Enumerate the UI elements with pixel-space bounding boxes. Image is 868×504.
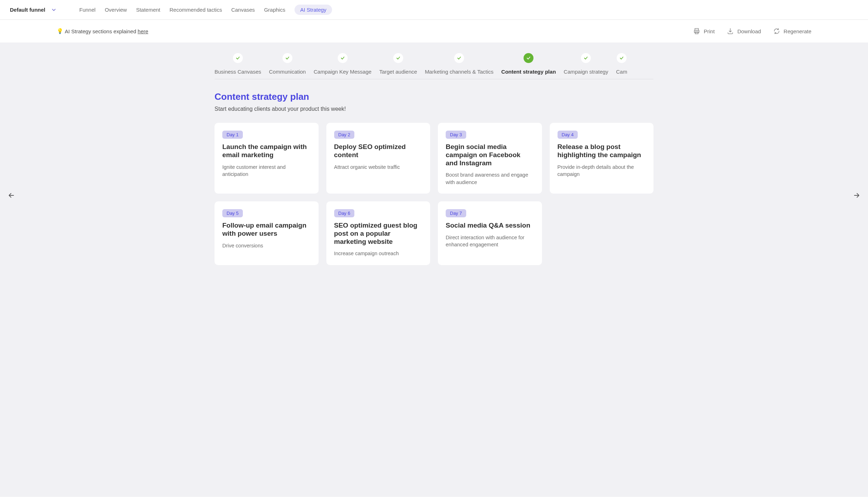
main-tabs: Funnel Overview Statement Recommended ta…: [79, 5, 332, 15]
step-campaign-strategy[interactable]: Campaign strategy: [564, 53, 608, 75]
step-label: Campaign Key Message: [314, 69, 371, 75]
card-desc: Drive conversions: [222, 242, 311, 249]
funnel-selector[interactable]: Default funnel: [10, 7, 56, 13]
card-day-6[interactable]: Day 6 SEO optimized guest blog post on a…: [326, 201, 430, 265]
funnel-selector-label: Default funnel: [10, 7, 45, 13]
step-target-audience[interactable]: Target audience: [379, 53, 417, 75]
card-day-4[interactable]: Day 4 Release a blog post highlighting t…: [550, 123, 654, 194]
step-label: Business Canvases: [215, 69, 261, 75]
card-day-3[interactable]: Day 3 Begin social media campaign on Fac…: [438, 123, 542, 194]
card-title: Release a blog post highlighting the cam…: [558, 143, 646, 159]
step-cam-truncated[interactable]: Cam: [616, 53, 627, 75]
step-label: Campaign strategy: [564, 69, 608, 75]
day-badge: Day 6: [334, 209, 355, 217]
card-desc: Attract organic website traffic: [334, 164, 423, 171]
actions: Print Download Regenerate: [693, 28, 811, 35]
card-title: Launch the campaign with email marketing: [222, 143, 311, 159]
tab-ai-strategy[interactable]: AI Strategy: [295, 5, 332, 15]
section-subtitle: Start educating clients about your produ…: [215, 106, 653, 112]
check-icon: [338, 53, 348, 63]
section-title: Content strategy plan: [215, 91, 653, 102]
card-desc: Increase campaign outreach: [334, 250, 423, 257]
info-text-content: AI Strategy sections explained: [65, 28, 136, 34]
day-badge: Day 5: [222, 209, 243, 217]
info-text: 💡 AI Strategy sections explained here: [57, 28, 148, 34]
check-icon: [581, 53, 591, 63]
cards-grid: Day 1 Launch the campaign with email mar…: [215, 123, 653, 265]
check-icon: [393, 53, 403, 63]
card-day-1[interactable]: Day 1 Launch the campaign with email mar…: [215, 123, 319, 194]
content-wrap: Business Canvases Communication Campaign…: [215, 53, 653, 265]
step-content-strategy[interactable]: Content strategy plan: [501, 53, 556, 75]
arrow-right-icon: [853, 191, 861, 199]
lightbulb-icon: 💡: [57, 28, 63, 34]
card-title: Follow-up email campaign with power user…: [222, 222, 311, 238]
card-day-7[interactable]: Day 7 Social media Q&A session Direct in…: [438, 201, 542, 265]
print-button[interactable]: Print: [693, 28, 715, 35]
tab-statement[interactable]: Statement: [136, 5, 160, 15]
day-badge: Day 1: [222, 131, 243, 139]
card-title: Deploy SEO optimized content: [334, 143, 423, 159]
top-bar: Default funnel Funnel Overview Statement…: [0, 0, 868, 20]
check-icon: [617, 53, 627, 63]
arrow-left-icon: [7, 191, 15, 199]
step-communication[interactable]: Communication: [269, 53, 306, 75]
sub-bar: 💡 AI Strategy sections explained here Pr…: [0, 20, 868, 42]
info-link[interactable]: here: [138, 28, 148, 34]
day-badge: Day 2: [334, 131, 355, 139]
step-campaign-key-message[interactable]: Campaign Key Message: [314, 53, 371, 75]
refresh-icon: [773, 28, 780, 35]
tab-recommended-tactics[interactable]: Recommended tactics: [170, 5, 222, 15]
chevron-down-icon: [52, 8, 56, 12]
tab-overview[interactable]: Overview: [105, 5, 127, 15]
card-day-2[interactable]: Day 2 Deploy SEO optimized content Attra…: [326, 123, 430, 194]
day-badge: Day 4: [558, 131, 578, 139]
step-label: Content strategy plan: [501, 69, 556, 75]
check-icon: [233, 53, 243, 63]
next-arrow[interactable]: [852, 191, 861, 200]
download-button[interactable]: Download: [727, 28, 761, 35]
card-title: Begin social media campaign on Facebook …: [446, 143, 534, 167]
step-marketing-channels[interactable]: Marketing channels & Tactics: [425, 53, 493, 75]
check-icon: [524, 53, 533, 63]
print-label: Print: [704, 28, 715, 34]
prev-arrow[interactable]: [7, 191, 16, 200]
card-desc: Ignite customer interest and anticipatio…: [222, 164, 311, 178]
step-label: Communication: [269, 69, 306, 75]
card-desc: Boost brand awareness and engage with au…: [446, 171, 534, 186]
day-badge: Day 3: [446, 131, 466, 139]
card-desc: Direct interaction with audience for enh…: [446, 234, 534, 248]
day-badge: Day 7: [446, 209, 466, 217]
regenerate-button[interactable]: Regenerate: [773, 28, 811, 35]
card-day-5[interactable]: Day 5 Follow-up email campaign with powe…: [215, 201, 319, 265]
check-icon: [282, 53, 292, 63]
check-icon: [454, 53, 464, 63]
tab-canvases[interactable]: Canvases: [231, 5, 255, 15]
card-desc: Provide in-depth details about the campa…: [558, 164, 646, 178]
step-label: Target audience: [379, 69, 417, 75]
step-business-canvases[interactable]: Business Canvases: [215, 53, 261, 75]
regenerate-label: Regenerate: [784, 28, 811, 34]
card-title: SEO optimized guest blog post on a popul…: [334, 222, 423, 246]
download-icon: [727, 28, 734, 35]
step-label: Cam: [616, 69, 627, 75]
tab-graphics[interactable]: Graphics: [264, 5, 285, 15]
main-area: Business Canvases Communication Campaign…: [0, 42, 868, 497]
print-icon: [693, 28, 700, 35]
card-title: Social media Q&A session: [446, 222, 534, 230]
progress-steps: Business Canvases Communication Campaign…: [215, 53, 653, 79]
download-label: Download: [737, 28, 761, 34]
tab-funnel[interactable]: Funnel: [79, 5, 96, 15]
step-label: Marketing channels & Tactics: [425, 69, 493, 75]
